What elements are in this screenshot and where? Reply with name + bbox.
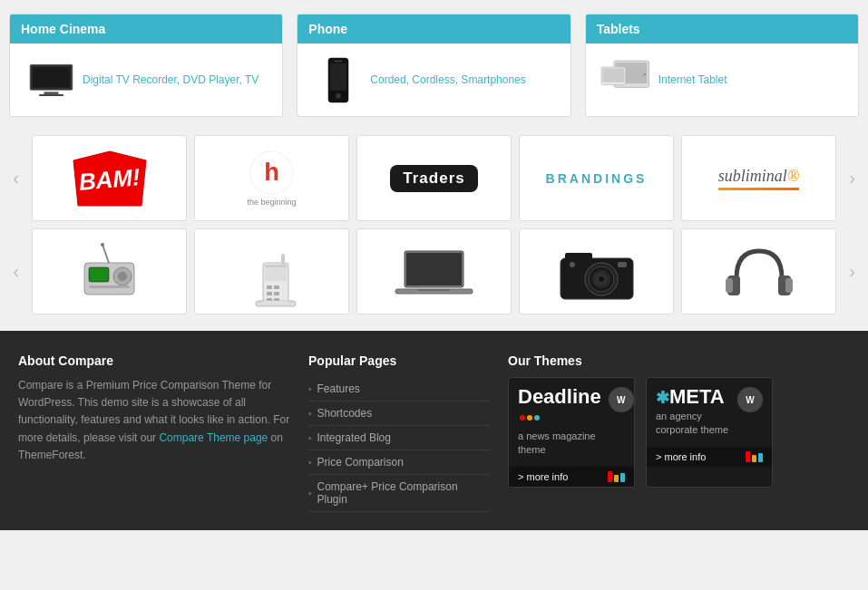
carousel-next-1[interactable]: › <box>836 168 868 189</box>
dot-red <box>520 415 525 421</box>
list-item: Compare+ Price Comparison Plugin <box>308 475 490 512</box>
svg-rect-2 <box>44 92 58 94</box>
category-link-tablets[interactable]: Internet Tablet <box>658 73 727 88</box>
svg-point-11 <box>643 73 646 76</box>
svg-rect-52 <box>726 278 733 293</box>
meta-star-icon: ✱ <box>656 389 669 407</box>
carousel-item-brandings[interactable]: BRANDINGS <box>519 135 674 221</box>
brandings-logo: BRANDINGS <box>546 171 648 186</box>
svg-point-7 <box>336 92 341 98</box>
svg-rect-30 <box>267 292 272 295</box>
carousel-row-2: ‹ <box>0 228 868 314</box>
svg-rect-22 <box>89 285 130 288</box>
phone-icon <box>325 55 352 105</box>
carousel-item-headphones[interactable] <box>681 228 836 314</box>
category-link-text: Corded, Cordless, Smartphones <box>370 73 525 86</box>
svg-rect-35 <box>263 301 288 304</box>
tv-icon <box>26 62 76 98</box>
footer-about-title: About Compare <box>18 353 290 368</box>
themes-grid: Deadline a news magazine theme W more in… <box>508 377 850 488</box>
deadline-theme-footer: more info <box>509 467 634 487</box>
footer: About Compare Compare is a Premium Price… <box>0 331 868 530</box>
svg-rect-42 <box>565 253 592 262</box>
carousel-item-camera[interactable] <box>519 228 674 314</box>
carousel-prev-1[interactable]: ‹ <box>0 168 32 189</box>
subliminal-logo: subliminal® <box>718 167 800 190</box>
carousel-item-radio[interactable] <box>32 228 187 314</box>
traders-logo: Traders <box>390 165 477 192</box>
deadline-theme-subtitle: a news magazine theme <box>518 430 601 458</box>
deadline-bars <box>608 471 625 482</box>
svg-rect-6 <box>330 63 346 90</box>
carousel-item-bam[interactable]: BAM! <box>32 135 187 221</box>
h-beginning-logo-svg: h <box>249 150 295 196</box>
carousel-item-cordless[interactable] <box>194 228 349 314</box>
svg-point-21 <box>118 272 127 281</box>
list-item: Price Comparison <box>308 450 490 475</box>
meta-more-info-link[interactable]: more info <box>656 451 706 462</box>
footer-about: About Compare Compare is a Premium Price… <box>18 353 290 512</box>
carousel-items-2 <box>32 228 836 314</box>
theme-card-deadline[interactable]: Deadline a news magazine theme W more in… <box>508 377 635 488</box>
meta-bars <box>746 451 763 462</box>
categories-section: Home Cinema Digital TV Recorder, DVD Pla… <box>0 0 868 131</box>
carousel-next-2[interactable]: › <box>836 261 868 282</box>
dot-orange <box>527 415 532 421</box>
footer-themes: Our Themes Deadline a news <box>508 353 850 512</box>
svg-rect-38 <box>406 253 462 285</box>
meta-theme-subtitle: an agency corporate theme <box>656 410 730 438</box>
svg-rect-26 <box>265 267 287 281</box>
carousel-prev-2[interactable]: ‹ <box>0 261 32 282</box>
carousel-item-h-beginning[interactable]: h the beginning <box>194 135 349 221</box>
page-link-features[interactable]: Features <box>317 382 360 395</box>
svg-rect-3 <box>39 94 63 96</box>
page-link-price-comparison[interactable]: Price Comparison <box>317 456 404 469</box>
svg-rect-40 <box>418 289 450 291</box>
bar-blue <box>758 453 763 462</box>
bar-blue <box>620 473 625 482</box>
category-body-tablets: Internet Tablet <box>586 44 858 116</box>
category-card-phone: Phone Corded, Cordless, Smartphones <box>297 14 571 117</box>
tablet-icon <box>595 57 658 102</box>
page-link-compare-plugin[interactable]: Compare+ Price Comparison Plugin <box>317 480 490 506</box>
category-icon-tablets <box>595 57 658 102</box>
category-icon-phone <box>307 55 370 105</box>
svg-rect-4 <box>33 68 69 87</box>
meta-wp-logo: W <box>737 387 763 412</box>
footer-about-text: Compare is a Premium Price Comparison Th… <box>18 377 290 464</box>
radio-icon <box>75 240 143 304</box>
carousel-item-subliminal[interactable]: subliminal® <box>681 135 836 221</box>
deadline-more-info-link[interactable]: more info <box>518 471 568 482</box>
theme-card-body-deadline: Deadline a news magazine theme W <box>509 378 634 467</box>
footer-compare-link[interactable]: Compare Theme page <box>159 431 268 444</box>
carousel-row-1: ‹ BAM! h the beginning <box>0 135 868 221</box>
theme-card-body-meta: ✱META an agency corporate theme W <box>647 378 772 447</box>
headphones-icon <box>718 237 800 305</box>
category-title: Home Cinema <box>21 22 105 36</box>
bam-logo-svg: BAM! <box>69 147 151 210</box>
svg-text:BAM!: BAM! <box>77 163 141 196</box>
page-link-shortcodes[interactable]: Shortcodes <box>317 407 373 420</box>
category-header-tablets: Tablets <box>586 15 858 44</box>
footer-pages-title: Popular Pages <box>308 353 490 368</box>
theme-card-meta[interactable]: ✱META an agency corporate theme W more i… <box>646 377 773 488</box>
svg-rect-31 <box>274 292 279 295</box>
category-link-text: Internet Tablet <box>658 73 727 86</box>
category-link-home-cinema[interactable]: Digital TV Recorder, DVD Player, TV <box>83 73 258 88</box>
category-title: Phone <box>308 22 347 36</box>
page-link-integrated-blog[interactable]: Integrated Blog <box>317 431 391 444</box>
deadline-wp-logo: W <box>609 387 634 412</box>
category-body-phone: Corded, Cordless, Smartphones <box>297 44 570 116</box>
svg-rect-48 <box>618 262 627 267</box>
dot-blue <box>534 415 540 421</box>
svg-rect-53 <box>785 278 793 293</box>
category-header-phone: Phone <box>297 15 570 44</box>
carousel-section-logos: ‹ BAM! h the beginning <box>0 131 868 331</box>
list-item: Features <box>308 377 490 401</box>
carousel-item-traders[interactable]: Traders <box>356 135 512 221</box>
footer-popular-pages: Popular Pages Features Shortcodes Integr… <box>308 353 490 512</box>
category-link-phone[interactable]: Corded, Cordless, Smartphones <box>370 73 525 88</box>
carousel-items-1: BAM! h the beginning Traders <box>32 135 836 221</box>
carousel-item-laptop[interactable] <box>356 228 512 314</box>
category-card-home-cinema: Home Cinema Digital TV Recorder, DVD Pla… <box>9 14 283 117</box>
